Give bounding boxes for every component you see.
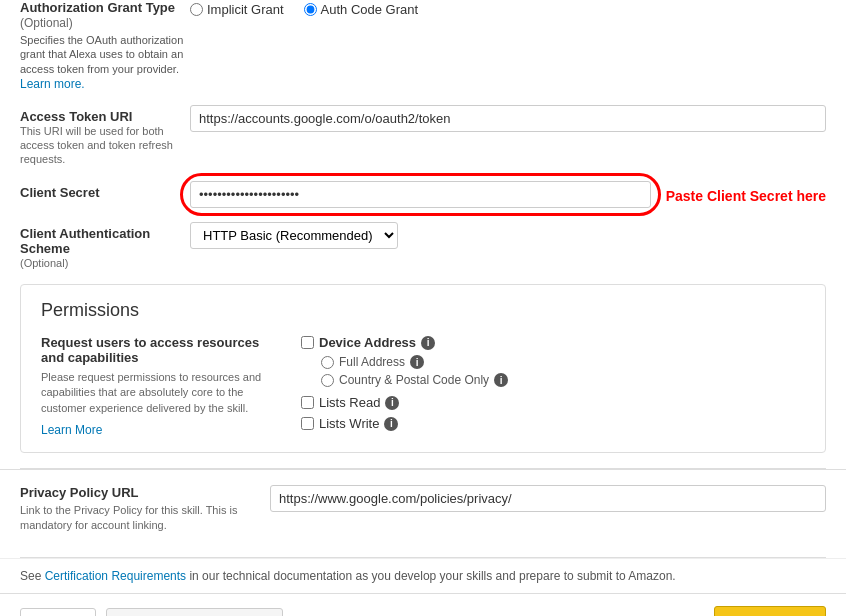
access-token-input[interactable] xyxy=(190,105,826,132)
lists-read-checkbox[interactable] xyxy=(301,396,314,409)
lists-write-info-icon[interactable]: i xyxy=(384,417,398,431)
paste-client-secret-note: Paste Client Secret here xyxy=(666,184,826,204)
device-address-info-icon[interactable]: i xyxy=(421,336,435,350)
bottom-bar: Save Submit for Certification Next xyxy=(0,593,846,616)
auth-grant-title: Authorization Grant Type xyxy=(20,0,175,15)
permissions-right: Device Address i Full Address i Country … xyxy=(301,335,805,437)
client-secret-wrapper xyxy=(190,181,651,208)
auth-grant-radio-group: Implicit Grant Auth Code Grant xyxy=(190,0,418,17)
device-address-label[interactable]: Device Address i xyxy=(301,335,805,350)
permissions-request-title: Request users to access resources and ca… xyxy=(41,335,281,365)
client-secret-label: Client Secret xyxy=(20,181,190,200)
client-secret-field: Client Secret Paste Client Secret here xyxy=(20,181,826,208)
full-address-radio[interactable] xyxy=(321,356,334,369)
permissions-section: Permissions Request users to access reso… xyxy=(20,284,826,453)
cert-note: See Certification Requirements in our te… xyxy=(0,558,846,593)
auth-code-grant-option[interactable]: Auth Code Grant xyxy=(304,2,419,17)
permissions-learn-more[interactable]: Learn More xyxy=(41,423,102,437)
permissions-request-desc: Please request permissions to resources … xyxy=(41,370,281,416)
privacy-input-wrapper xyxy=(270,485,826,512)
device-address-option: Device Address i Full Address i Country … xyxy=(301,335,805,387)
submit-cert-button: Submit for Certification xyxy=(106,608,284,616)
privacy-desc: Link to the Privacy Policy for this skil… xyxy=(20,503,270,532)
privacy-section: Privacy Policy URL Link to the Privacy P… xyxy=(0,469,846,547)
auth-code-grant-label: Auth Code Grant xyxy=(321,2,419,17)
save-button[interactable]: Save xyxy=(20,608,96,616)
implicit-grant-label: Implicit Grant xyxy=(207,2,284,17)
cert-note-prefix: See xyxy=(20,569,45,583)
lists-read-row: Lists Read i xyxy=(301,395,805,410)
lists-write-row: Lists Write i xyxy=(301,416,805,431)
auth-grant-desc: Specifies the OAuth authorization grant … xyxy=(20,33,190,76)
client-auth-field: Client Authentication Scheme (Optional) … xyxy=(20,222,826,270)
implicit-grant-radio[interactable] xyxy=(190,3,203,16)
full-address-info-icon[interactable]: i xyxy=(410,355,424,369)
auth-grant-section: Authorization Grant Type (Optional) Spec… xyxy=(0,0,846,91)
lists-read-label: Lists Read xyxy=(319,395,380,410)
page-container: Authorization Grant Type (Optional) Spec… xyxy=(0,0,846,616)
privacy-url-input[interactable] xyxy=(270,485,826,512)
client-auth-select[interactable]: HTTP Basic (Recommended) HTTP POST xyxy=(190,222,398,249)
country-postal-info-icon[interactable]: i xyxy=(494,373,508,387)
access-token-section: Access Token URI This URI will be used f… xyxy=(0,105,846,270)
auth-code-grant-radio[interactable] xyxy=(304,3,317,16)
privacy-label: Privacy Policy URL Link to the Privacy P… xyxy=(20,485,270,532)
cert-requirements-link[interactable]: Certification Requirements xyxy=(45,569,186,583)
client-secret-input[interactable] xyxy=(190,181,651,208)
left-buttons: Save Submit for Certification xyxy=(20,608,283,616)
permissions-title: Permissions xyxy=(41,300,805,321)
cert-note-suffix: in our technical documentation as you de… xyxy=(186,569,676,583)
country-postal-option: Country & Postal Code Only i xyxy=(321,373,805,387)
auth-grant-label: Authorization Grant Type (Optional) Spec… xyxy=(20,0,190,91)
client-auth-optional: (Optional) xyxy=(20,256,190,270)
privacy-title: Privacy Policy URL xyxy=(20,485,270,500)
privacy-row: Privacy Policy URL Link to the Privacy P… xyxy=(20,485,826,532)
lists-read-info-icon[interactable]: i xyxy=(385,396,399,410)
permissions-body: Request users to access resources and ca… xyxy=(41,335,805,437)
access-token-label: Access Token URI This URI will be used f… xyxy=(20,105,190,167)
full-address-option: Full Address i xyxy=(321,355,805,369)
implicit-grant-option[interactable]: Implicit Grant xyxy=(190,2,284,17)
lists-write-label: Lists Write xyxy=(319,416,379,431)
device-address-suboptions: Full Address i Country & Postal Code Onl… xyxy=(321,355,805,387)
lists-write-checkbox[interactable] xyxy=(301,417,314,430)
client-auth-input-wrapper: HTTP Basic (Recommended) HTTP POST xyxy=(190,222,826,249)
country-postal-radio[interactable] xyxy=(321,374,334,387)
permissions-left: Request users to access resources and ca… xyxy=(41,335,281,437)
auth-grant-optional: (Optional) xyxy=(20,16,73,30)
next-button[interactable]: Next xyxy=(714,606,826,616)
access-token-input-wrapper xyxy=(190,105,826,132)
client-auth-label: Client Authentication Scheme (Optional) xyxy=(20,222,190,270)
access-token-field: Access Token URI This URI will be used f… xyxy=(20,105,826,167)
access-token-sub-label: This URI will be used for both access to… xyxy=(20,124,190,167)
device-address-checkbox[interactable] xyxy=(301,336,314,349)
auth-grant-learn-more[interactable]: Learn more. xyxy=(20,77,85,91)
